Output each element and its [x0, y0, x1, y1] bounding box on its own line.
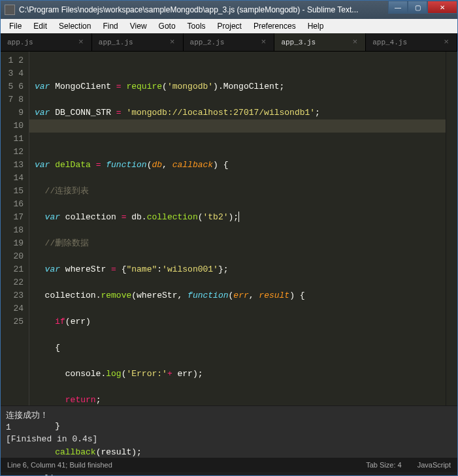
tab-label: app_4.js [372, 39, 407, 46]
titlebar: C:\Program Files\nodejs\workspace\sample… [1, 1, 457, 19]
menu-tools[interactable]: Tools [182, 20, 212, 32]
menu-find[interactable]: Find [97, 20, 123, 32]
editor[interactable]: 1 2 3 4 5 6 7 8 9 10 11 12 13 14 15 16 1… [1, 52, 457, 405]
maximize-button[interactable]: ▢ [408, 1, 427, 14]
tab-label: app_1.js [99, 39, 133, 46]
tab-app-4-js[interactable]: app_4.js × [366, 33, 457, 51]
minimize-button[interactable]: — [388, 1, 408, 14]
gutter: 1 2 3 4 5 6 7 8 9 10 11 12 13 14 15 16 1… [1, 52, 29, 405]
current-line-highlight [29, 119, 446, 133]
tab-app-2-js[interactable]: app_2.js × [184, 33, 275, 51]
menu-file[interactable]: File [3, 20, 27, 32]
tab-label: app_2.js [190, 39, 225, 46]
menu-selection[interactable]: Selection [53, 20, 97, 32]
menu-help[interactable]: Help [302, 20, 330, 32]
menubar: File Edit Selection Find View Goto Tools… [1, 19, 457, 33]
close-icon[interactable]: × [351, 37, 359, 47]
minimap[interactable] [446, 52, 457, 405]
menu-edit[interactable]: Edit [27, 20, 53, 32]
close-icon[interactable]: × [169, 37, 176, 47]
menu-preferences[interactable]: Preferences [248, 20, 302, 32]
tabbar: app.js × app_1.js × app_2.js × app_3.js … [1, 33, 457, 52]
tab-label: app_3.js [281, 39, 316, 46]
menu-view[interactable]: View [124, 20, 153, 32]
close-icon[interactable]: × [260, 37, 268, 47]
tab-app-3-js[interactable]: app_3.js × [274, 33, 366, 51]
console-line: 1 [6, 422, 11, 432]
window-controls: — ▢ ✕ [388, 1, 457, 15]
close-button[interactable]: ✕ [427, 1, 457, 14]
code-area[interactable]: var MongoClient = require('mongodb').Mon… [29, 52, 446, 405]
menu-project[interactable]: Project [212, 20, 248, 32]
tab-app-js[interactable]: app.js × [1, 33, 92, 51]
close-icon[interactable]: × [77, 37, 85, 47]
menu-goto[interactable]: Goto [153, 20, 182, 32]
tab-label: app.js [7, 39, 33, 46]
tab-app-1-js[interactable]: app_1.js × [92, 33, 184, 51]
text-cursor [238, 212, 239, 222]
app-icon [5, 5, 15, 15]
close-icon[interactable]: × [442, 37, 450, 47]
